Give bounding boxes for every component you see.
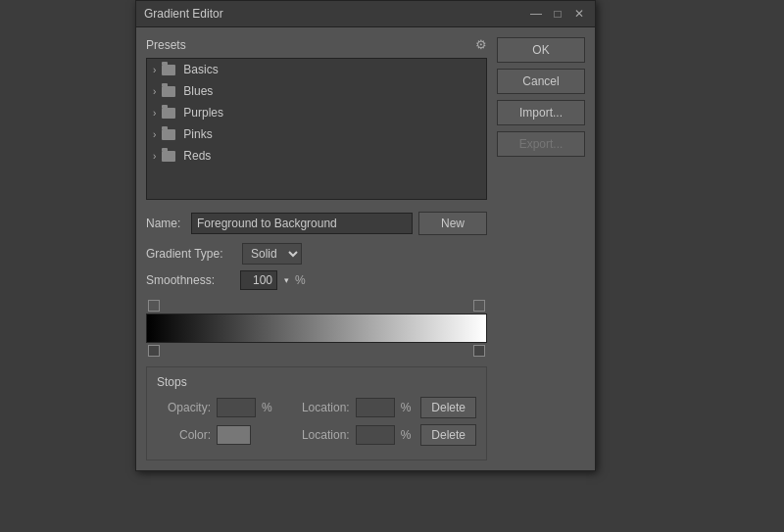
presets-list[interactable]: › Basics › Blues › Purples › Pin (146, 58, 487, 200)
export-button[interactable]: Export... (497, 131, 585, 157)
preset-item-blues[interactable]: › Blues (147, 80, 486, 102)
preset-label: Blues (183, 84, 213, 98)
opacity-stop-right[interactable] (473, 300, 485, 312)
cancel-button[interactable]: Cancel (497, 69, 585, 94)
smoothness-input[interactable] (240, 270, 277, 290)
folder-icon (162, 65, 175, 75)
chevron-icon: › (153, 86, 156, 97)
opacity-location-label: Location: (299, 401, 350, 414)
opacity-location-input[interactable] (356, 398, 395, 417)
color-label: Color: (157, 428, 211, 442)
opacity-stop-left[interactable] (148, 300, 160, 312)
maximize-button[interactable]: □ (550, 7, 565, 21)
color-stop-right[interactable] (473, 345, 485, 357)
preset-item-pinks[interactable]: › Pinks (147, 123, 486, 145)
chevron-down-icon[interactable]: ▾ (284, 275, 289, 285)
stops-title: Stops (157, 375, 476, 389)
left-panel: Presets ⚙ › Basics › Blues › Purples (146, 37, 487, 460)
folder-icon (162, 86, 175, 97)
color-stops-row: Color: Location: % Delete (157, 424, 476, 446)
name-label: Name: (146, 217, 185, 230)
name-input[interactable] (191, 213, 413, 234)
name-row: Name: New (146, 212, 487, 235)
color-stop-left[interactable] (148, 345, 160, 357)
opacity-stops-row: Opacity: % Location: % Delete (157, 397, 476, 418)
presets-title: Presets (146, 38, 186, 52)
gear-icon[interactable]: ⚙ (475, 37, 487, 52)
presets-header: Presets ⚙ (146, 37, 487, 52)
chevron-icon: › (153, 65, 156, 75)
opacity-percent: % (262, 401, 272, 414)
ok-button[interactable]: OK (497, 37, 585, 63)
preset-label: Reds (183, 149, 211, 163)
title-bar-controls: — □ ✕ (528, 7, 587, 21)
close-button[interactable]: ✕ (571, 7, 587, 21)
folder-icon (162, 151, 175, 162)
preset-item-basics[interactable]: › Basics (147, 59, 486, 80)
preset-item-purples[interactable]: › Purples (147, 102, 486, 123)
opacity-input[interactable] (217, 398, 256, 417)
new-button[interactable]: New (418, 212, 487, 235)
minimize-button[interactable]: — (528, 7, 544, 21)
dialog-body: Presets ⚙ › Basics › Blues › Purples (136, 27, 595, 470)
opacity-delete-button[interactable]: Delete (420, 397, 476, 418)
preset-label: Pinks (183, 127, 212, 141)
opacity-location-percent: % (401, 401, 412, 414)
color-location-input[interactable] (356, 425, 395, 445)
folder-icon (162, 108, 175, 119)
import-button[interactable]: Import... (497, 100, 585, 125)
dialog-title: Gradient Editor (144, 7, 223, 21)
color-location-percent: % (401, 428, 412, 442)
smoothness-row: Smoothness: ▾ % (146, 270, 487, 290)
bottom-stops-row (146, 345, 487, 357)
color-location-label: Location: (299, 428, 350, 442)
right-panel: OK Cancel Import... Export... (497, 37, 585, 460)
opacity-label: Opacity: (157, 401, 211, 414)
chevron-icon: › (153, 151, 156, 162)
top-stops-row (146, 300, 487, 312)
chevron-icon: › (153, 129, 156, 140)
stops-section: Stops Opacity: % Location: % Delete Colo… (146, 366, 487, 460)
preset-item-reds[interactable]: › Reds (147, 145, 486, 167)
color-delete-button[interactable]: Delete (420, 424, 476, 446)
title-bar: Gradient Editor — □ ✕ (136, 1, 595, 27)
chevron-icon: › (153, 108, 156, 119)
percent-label: % (295, 273, 306, 287)
gradient-editor-dialog: Gradient Editor — □ ✕ Presets ⚙ › Basics (135, 0, 596, 471)
gradient-type-label: Gradient Type: (146, 247, 234, 261)
color-swatch[interactable] (217, 425, 251, 445)
folder-icon (162, 129, 175, 140)
gradient-bar-container (146, 300, 487, 357)
gradient-preview-bar[interactable] (146, 314, 487, 343)
gradient-type-select[interactable]: Solid Noise (242, 243, 302, 265)
preset-label: Purples (183, 106, 223, 120)
smoothness-label: Smoothness: (146, 273, 234, 287)
gradient-type-row: Gradient Type: Solid Noise (146, 243, 487, 265)
preset-label: Basics (183, 63, 218, 76)
